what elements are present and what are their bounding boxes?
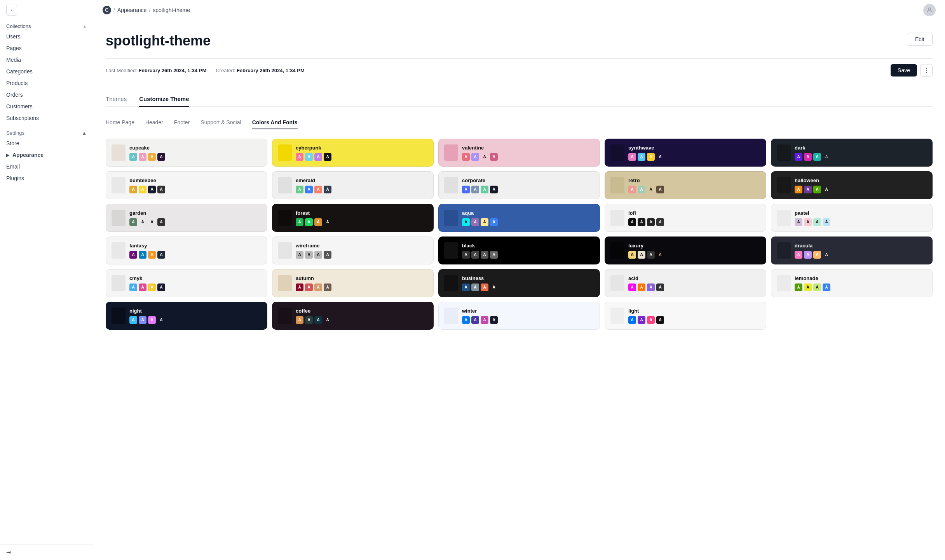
theme-info: fantasy AAAA (129, 243, 262, 259)
theme-card-black[interactable]: black AAAA (438, 237, 600, 264)
tab-themes[interactable]: Themes (106, 92, 127, 107)
theme-card-cupcake[interactable]: cupcake AAAA (106, 139, 267, 167)
swatch: A (628, 251, 636, 259)
swatch: A (647, 251, 655, 259)
sidebar-item-plugins[interactable]: Plugins (0, 172, 93, 184)
sidebar-item-orders[interactable]: Orders (0, 89, 93, 101)
swatch: A (638, 283, 645, 291)
theme-card-luxury[interactable]: luxury AAAA (605, 237, 766, 264)
theme-card-dracula[interactable]: dracula AAAA (771, 237, 933, 264)
sidebar-item-products[interactable]: Products (0, 77, 93, 89)
theme-card-acid[interactable]: acid AAAA (605, 269, 766, 297)
breadcrumb-appearance[interactable]: Appearance (117, 7, 147, 13)
swatch: A (647, 153, 655, 161)
theme-card-coffee[interactable]: coffee AAAA (272, 302, 434, 330)
theme-name: acid (628, 275, 760, 281)
theme-swatches: AAAA (129, 283, 262, 291)
swatch: A (324, 316, 331, 324)
sidebar-item-categories[interactable]: Categories (0, 66, 93, 77)
theme-card-corporate[interactable]: corporate AAAA (438, 171, 600, 199)
theme-swatches: AAAA (462, 251, 594, 259)
logout-button[interactable]: ⇥ (6, 549, 87, 555)
swatch: A (628, 283, 636, 291)
theme-card-pastel[interactable]: pastel AAAA (771, 204, 933, 232)
theme-card-retro[interactable]: retro AAAA (605, 171, 766, 199)
theme-card-cyberpunk[interactable]: cyberpunk AAAA (272, 139, 434, 167)
sidebar-toggle[interactable]: ‹ (6, 5, 17, 16)
edit-button[interactable]: Edit (907, 33, 933, 46)
theme-preview-box (278, 210, 292, 226)
more-button[interactable]: ⋮ (920, 64, 933, 77)
sidebar-item-subscriptions[interactable]: Subscriptions (0, 112, 93, 124)
theme-card-garden[interactable]: garden AAAA (106, 204, 267, 232)
theme-preview-box (278, 308, 292, 324)
swatch: A (314, 153, 322, 161)
theme-info: dracula AAAA (795, 243, 927, 259)
swatch: A (324, 153, 331, 161)
tab-customize-theme[interactable]: Customize Theme (139, 92, 189, 107)
theme-card-bumblebee[interactable]: bumblebee AAAA (106, 171, 267, 199)
theme-card-cmyk[interactable]: cmyk AAAA (106, 269, 267, 297)
sidebar-item-appearance[interactable]: ▶ Appearance (0, 149, 93, 161)
theme-card-valentine[interactable]: valentine AAAA (438, 139, 600, 167)
theme-card-inner: valentine AAAA (439, 139, 600, 166)
theme-card-autumn[interactable]: autumn AAAA (272, 269, 434, 297)
theme-name: valentine (462, 145, 594, 151)
theme-preview-box (444, 177, 458, 193)
theme-card-inner: lofi AAAA (605, 204, 766, 231)
theme-card-forest[interactable]: forest AAAA (272, 204, 434, 232)
theme-info: retro AAAA (628, 177, 760, 193)
arrow-icon: ▶ (6, 153, 9, 157)
swatch: A (296, 153, 303, 161)
theme-swatches: AAAA (296, 283, 428, 291)
theme-card-lemonade[interactable]: lemonade AAAA (771, 269, 933, 297)
theme-card-wireframe[interactable]: wireframe AAAA (272, 237, 434, 264)
sidebar-bottom: ⇥ (0, 544, 93, 560)
theme-card-emerald[interactable]: emerald AAAA (272, 171, 434, 199)
theme-card-light[interactable]: light AAAA (605, 302, 766, 330)
theme-name: cmyk (129, 275, 262, 281)
theme-card-inner: fantasy AAAA (106, 237, 267, 264)
theme-preview-box (777, 144, 791, 161)
theme-card-halloween[interactable]: halloween AAAA (771, 171, 933, 199)
nav-items: Users Pages Media Categories Products Or… (0, 31, 93, 124)
theme-card-lofi[interactable]: lofi AAAA (605, 204, 766, 232)
tab-colors-fonts[interactable]: Colors And Fonts (252, 116, 298, 129)
avatar[interactable] (923, 4, 936, 16)
theme-card-inner: lemonade AAAA (771, 270, 932, 297)
sidebar-item-store[interactable]: Store (0, 137, 93, 149)
sidebar-item-customers[interactable]: Customers (0, 101, 93, 112)
tab-header[interactable]: Header (145, 116, 163, 129)
theme-card-night[interactable]: night AAAA (106, 302, 267, 330)
theme-card-inner: retro AAAA (605, 172, 766, 199)
theme-name: corporate (462, 177, 594, 183)
swatch: A (157, 283, 165, 291)
theme-card-inner: business AAAA (439, 270, 600, 297)
sidebar-item-media[interactable]: Media (0, 54, 93, 66)
theme-card-synthwave[interactable]: synthwave AAAA (605, 139, 766, 167)
sidebar-item-users[interactable]: Users (0, 31, 93, 42)
theme-preview-box (444, 275, 458, 291)
swatch: A (139, 316, 146, 324)
save-button[interactable]: Save (891, 64, 917, 77)
sidebar-item-email[interactable]: Email (0, 161, 93, 172)
theme-name: lemonade (795, 275, 927, 281)
collections-header[interactable]: Collections ▲ (0, 20, 93, 31)
theme-preview-box (777, 275, 791, 291)
theme-card-winter[interactable]: winter AAAA (438, 302, 600, 330)
theme-swatches: AAAA (795, 218, 927, 226)
tab-footer[interactable]: Footer (174, 116, 190, 129)
theme-card-dark[interactable]: dark AAAA (771, 139, 933, 167)
swatch: A (471, 283, 479, 291)
swatch: A (324, 251, 331, 259)
theme-swatches: AAAA (628, 283, 760, 291)
theme-card-fantasy[interactable]: fantasy AAAA (106, 237, 267, 264)
theme-card-aqua[interactable]: aqua AAAA (438, 204, 600, 232)
tab-support[interactable]: Support & Social (201, 116, 241, 129)
theme-card-business[interactable]: business AAAA (438, 269, 600, 297)
sidebar-item-pages[interactable]: Pages (0, 42, 93, 54)
swatch: A (481, 251, 488, 259)
tab-homepage[interactable]: Home Page (106, 116, 134, 129)
swatch: A (139, 153, 146, 161)
theme-info: acid AAAA (628, 275, 760, 291)
